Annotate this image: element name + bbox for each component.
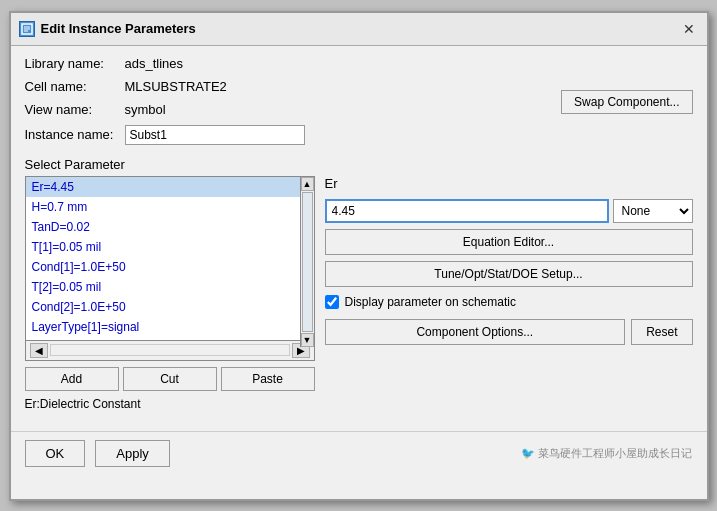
display-checkbox[interactable] [325,295,339,309]
list-item[interactable]: T[2]=0.05 mil [26,277,314,297]
param-name-label: Er [325,176,693,191]
right-panel: Er NoneOptStatSens Equation Editor... Tu… [325,176,693,411]
dialog-icon [19,21,35,37]
library-value: ads_tlines [125,56,184,71]
list-item[interactable]: Er=4.45 [26,177,314,197]
view-value: symbol [125,102,166,117]
footer-bar: OK Apply 🐦 菜鸟硬件工程师小屋助成长日记 [11,431,707,475]
library-row: Library name: ads_tlines [25,56,305,71]
instance-row: Instance name: [25,125,305,145]
display-checkbox-label: Display parameter on schematic [345,295,516,309]
list-item[interactable]: TanD=0.02 [26,217,314,237]
list-item[interactable]: T[1]=0.05 mil [26,237,314,257]
dialog-title: Edit Instance Parameters [41,21,196,36]
left-panel: Er=4.45H=0.7 mmTanD=0.02T[1]=0.05 milCon… [25,176,315,411]
param-value-input[interactable] [325,199,609,223]
paste-button[interactable]: Paste [221,367,315,391]
add-button[interactable]: Add [25,367,119,391]
list-item[interactable]: Cond[2]=1.0E+50 [26,297,314,317]
reset-button[interactable]: Reset [631,319,692,345]
hscroll-track [50,344,290,356]
info-labels: Library name: ads_tlines Cell name: MLSU… [25,56,305,149]
cut-button[interactable]: Cut [123,367,217,391]
tune-opt-button[interactable]: Tune/Opt/Stat/DOE Setup... [325,261,693,287]
scroll-up-button[interactable]: ▲ [301,177,314,191]
main-area: Er=4.45H=0.7 mmTanD=0.02T[1]=0.05 milCon… [25,176,693,411]
instance-label: Instance name: [25,127,125,142]
param-list[interactable]: Er=4.45H=0.7 mmTanD=0.02T[1]=0.05 milCon… [26,177,314,340]
scroll-down-button[interactable]: ▼ [301,333,314,347]
vertical-scrollbar[interactable]: ▲ ▼ [300,177,314,347]
swap-component-button[interactable]: Swap Component... [561,90,692,114]
library-label: Library name: [25,56,125,71]
list-item[interactable]: Cond[1]=1.0E+50 [26,257,314,277]
list-item[interactable]: H=0.7 mm [26,197,314,217]
cell-row: Cell name: MLSUBSTRATE2 [25,79,305,94]
title-bar: Edit Instance Parameters ✕ [11,13,707,46]
ok-button[interactable]: OK [25,440,86,467]
display-checkbox-row: Display parameter on schematic [325,295,693,309]
none-select[interactable]: NoneOptStatSens [613,199,693,223]
view-label: View name: [25,102,125,117]
title-bar-left: Edit Instance Parameters [19,21,196,37]
options-row: Component Options... Reset [325,319,693,345]
list-buttons: Add Cut Paste [25,367,315,391]
dialog-content: Library name: ads_tlines Cell name: MLSU… [11,46,707,421]
horizontal-scrollbar: ◀ ▶ [26,340,314,360]
equation-editor-button[interactable]: Equation Editor... [325,229,693,255]
instance-name-input[interactable] [125,125,305,145]
component-options-button[interactable]: Component Options... [325,319,626,345]
param-list-container: Er=4.45H=0.7 mmTanD=0.02T[1]=0.05 milCon… [25,176,315,361]
watermark-text: 🐦 菜鸟硬件工程师小屋助成长日记 [180,446,693,461]
scroll-track [302,192,313,332]
close-button[interactable]: ✕ [679,19,699,39]
select-param-label: Select Parameter [25,157,693,172]
value-row: NoneOptStatSens [325,199,693,223]
cell-label: Cell name: [25,79,125,94]
list-item[interactable]: LayerType[1]=signal [26,317,314,337]
edit-instance-dialog: Edit Instance Parameters ✕ Library name:… [9,11,709,501]
info-section: Library name: ads_tlines Cell name: MLSU… [25,56,693,149]
cell-value: MLSUBSTRATE2 [125,79,227,94]
view-row: View name: symbol [25,102,305,117]
scroll-left-button[interactable]: ◀ [30,343,48,358]
apply-button[interactable]: Apply [95,440,170,467]
description-text: Er:Dielectric Constant [25,397,315,411]
